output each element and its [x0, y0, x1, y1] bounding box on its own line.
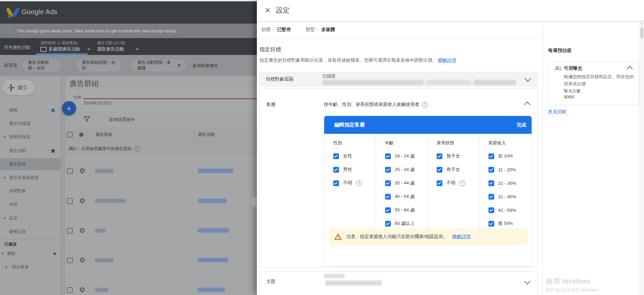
chip-adgroup-status[interactable]: 廣告群組狀態：全部: [77, 60, 121, 71]
sidebar-item-ad-groups[interactable]: 廣告群組: [0, 159, 61, 170]
redacted-campaign-link[interactable]: [198, 169, 233, 173]
checkbox-item[interactable]: 45 - 54 歲: [385, 190, 428, 203]
help-icon[interactable]: ?: [135, 146, 140, 151]
sidebar-item-show-more[interactable]: ＋ 顯示更多: [0, 262, 61, 272]
checked-checkbox[interactable]: [437, 167, 442, 173]
audience-segments-row[interactable]: 目標對象區隔 已指定: [259, 71, 538, 87]
all-campaigns-link[interactable]: 所有廣告活動: [4, 45, 30, 51]
feedback-link[interactable]: 意見回饋: [548, 109, 566, 115]
expand-arrow-icon: [4, 136, 6, 138]
checkbox-item[interactable]: 41 - 50%: [488, 203, 532, 217]
sidebar-item-experiments[interactable]: 實驗: [0, 248, 61, 259]
sidebar-item-campaigns[interactable]: 廣告活動: [0, 145, 61, 156]
checked-checkbox[interactable]: [385, 167, 391, 173]
checked-checkbox[interactable]: [385, 207, 391, 213]
table-row[interactable]: [65, 156, 257, 186]
checked-checkbox[interactable]: [488, 194, 494, 200]
sidebar-item-content[interactable]: 內容: [0, 199, 61, 210]
checkbox-item[interactable]: 前 10%: [488, 149, 532, 163]
redacted-campaign-link[interactable]: [198, 228, 229, 233]
scrollbar-up-arrow[interactable]: ▲: [640, 22, 643, 25]
checkbox-item[interactable]: 25 - 34 歲: [385, 163, 428, 176]
scrollbar-thumb[interactable]: [640, 28, 643, 38]
row-checkbox[interactable]: [67, 228, 73, 234]
checked-checkbox[interactable]: [385, 194, 391, 200]
checked-checkbox[interactable]: [333, 153, 339, 159]
table-row[interactable]: [65, 245, 257, 275]
done-button[interactable]: 完成: [517, 122, 526, 128]
panel-scrollbar[interactable]: ▲: [639, 21, 644, 295]
remove-filter-icon[interactable]: ✕: [177, 63, 181, 68]
table-row[interactable]: [65, 186, 257, 216]
tab-data-view[interactable]: 資料檢視 (3 個篩選器) 多媒體廣告活動: [40, 40, 91, 52]
help-icon[interactable]: ?: [422, 102, 428, 108]
column-ad-group[interactable]: 廣告群組: [96, 132, 112, 138]
checkbox-item[interactable]: 女性: [333, 149, 376, 163]
checkbox-item[interactable]: 35 - 44 歲: [385, 176, 428, 190]
table-row[interactable]: [65, 275, 257, 295]
sidebar-item-insights-reports[interactable]: 洞察與報表: [0, 131, 61, 142]
checked-checkbox[interactable]: [488, 167, 494, 173]
chart-y-label: 0.00: [74, 95, 81, 99]
warning-learn-more-link[interactable]: 瞭解詳情: [452, 234, 471, 240]
table-add-filter[interactable]: 新增篩選條件: [109, 117, 135, 123]
checkbox-item[interactable]: 無子女: [437, 149, 479, 163]
help-icon[interactable]: ?: [356, 180, 362, 186]
checked-checkbox[interactable]: [488, 153, 494, 159]
sidebar-item-audiences[interactable]: 目標對象: [0, 185, 61, 196]
sidebar-item-settings[interactable]: 設定: [0, 213, 61, 224]
checkbox-item[interactable]: 11 - 20%: [488, 163, 532, 176]
tab-select-campaign[interactable]: 廣告活動 (22 個) 選取廣告活動: [97, 40, 139, 52]
redacted-campaign-link[interactable]: [198, 199, 227, 203]
topics-card[interactable]: 主題: [259, 271, 538, 295]
sidebar-item-ads-assets[interactable]: 廣告與素材資源: [0, 172, 61, 183]
checked-checkbox[interactable]: [385, 180, 391, 186]
create-button[interactable]: 建立: [2, 80, 35, 95]
page-scrollbar-thumb[interactable]: [252, 197, 257, 207]
checkbox-item[interactable]: 有子女: [437, 163, 479, 176]
checkbox-item[interactable]: 55 - 64 歲: [385, 203, 428, 217]
filter-funnel-icon[interactable]: [84, 116, 90, 122]
checked-checkbox[interactable]: [333, 180, 339, 186]
sidebar-item-overview[interactable]: 總覽: [0, 105, 61, 116]
learn-more-link[interactable]: 瞭解詳情: [438, 58, 456, 63]
chevron-down-icon[interactable]: [524, 278, 530, 284]
row-checkbox[interactable]: [67, 168, 73, 174]
home-icon: [50, 108, 56, 113]
checked-checkbox[interactable]: [488, 180, 494, 186]
chevron-down-icon: [136, 49, 139, 50]
redacted-campaign-link[interactable]: [198, 258, 228, 262]
plus-icon: ＋: [3, 263, 9, 271]
chevron-up-icon[interactable]: [524, 101, 530, 108]
chip-campaign-type[interactable]: 廣告活動類型：多媒體 ✕: [132, 60, 186, 71]
checked-checkbox[interactable]: [385, 153, 391, 159]
checked-checkbox[interactable]: [333, 167, 339, 173]
sidebar-item-change-history[interactable]: 變更記錄: [0, 226, 61, 237]
checked-checkbox[interactable]: [385, 221, 391, 227]
redacted-campaign-link[interactable]: [198, 288, 225, 292]
checkbox-item[interactable]: 不明?: [437, 176, 479, 190]
chevron-down-icon[interactable]: [524, 76, 531, 82]
checked-checkbox[interactable]: [488, 207, 494, 213]
checkbox-item[interactable]: 男性: [333, 163, 376, 176]
row-checkbox[interactable]: [67, 287, 73, 293]
checked-checkbox[interactable]: [488, 221, 494, 227]
checkbox-item[interactable]: 不明?: [333, 176, 376, 190]
checked-checkbox[interactable]: [437, 153, 442, 159]
table-row[interactable]: [65, 216, 257, 246]
chip-campaign-status[interactable]: 廣告活動狀態：全部: [23, 60, 61, 71]
checked-checkbox[interactable]: [437, 180, 442, 186]
checkbox-item[interactable]: 18 - 24 歲: [385, 149, 428, 163]
add-filter-button[interactable]: 新增篩選條件: [193, 63, 218, 69]
checkbox-item[interactable]: 21 - 30%: [488, 176, 532, 190]
demographics-subtitle: 按年齡、性別、家長狀態或家庭收入接觸使用者 ?: [324, 101, 428, 108]
help-icon[interactable]: ?: [460, 180, 465, 186]
select-all-checkbox[interactable]: [67, 132, 73, 138]
sidebar-item-recommendations[interactable]: 最佳化建議: [0, 118, 61, 129]
row-checkbox[interactable]: [67, 198, 73, 204]
checkbox-item[interactable]: 31 - 40%: [488, 190, 532, 203]
row-checkbox[interactable]: [67, 258, 73, 263]
close-icon[interactable]: ✕: [264, 6, 272, 14]
column-campaign[interactable]: 廣告活動: [198, 132, 215, 138]
chevron-up-icon[interactable]: [626, 66, 633, 72]
